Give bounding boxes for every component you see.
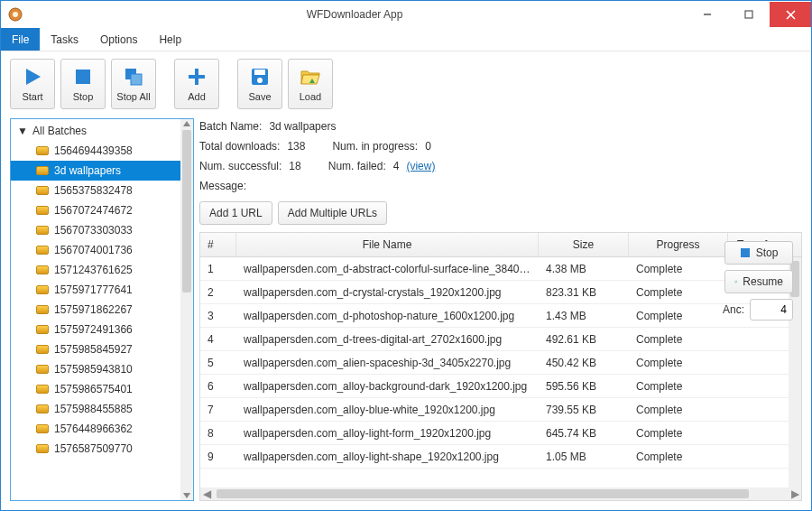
cell-filename: wallpapersden.com_d-abstract-colorful-su… (236, 263, 539, 275)
sidebar-item[interactable]: 1564694439358 (11, 141, 193, 161)
save-button[interactable]: Save (237, 59, 282, 109)
col-size[interactable]: Size (539, 233, 629, 256)
anc-input[interactable] (750, 299, 793, 321)
batch-icon (36, 166, 49, 175)
content-pane: Batch Name: 3d wallpapers Total download… (199, 118, 802, 501)
table-row[interactable]: 3wallpapersden.com_d-photoshop-nature_16… (200, 304, 801, 328)
table-body[interactable]: 1wallpapersden.com_d-abstract-colorful-s… (200, 257, 801, 488)
table-row[interactable]: 5wallpapersden.com_alien-spaceship-3d_34… (200, 351, 801, 375)
cell-index: 3 (200, 310, 236, 322)
sidebar-item[interactable]: 1575985943810 (11, 359, 193, 379)
sidebar-item[interactable]: 1567074001736 (11, 240, 193, 260)
play-icon (22, 66, 43, 88)
cell-filename: wallpapersden.com_d-crystal-crystals_192… (236, 286, 539, 299)
table-row[interactable]: 4wallpapersden.com_d-trees-digital-art_2… (200, 328, 801, 351)
col-filename[interactable]: File Name (236, 233, 539, 256)
add-multiple-urls-button[interactable]: Add Multiple URLs (278, 201, 387, 225)
sidebar-item-label: 1575971777641 (54, 283, 133, 296)
table-row[interactable]: 7wallpapersden.com_alloy-blue-white_1920… (200, 398, 801, 422)
sidebar-item[interactable]: 1575985845927 (11, 339, 193, 359)
plus-icon (186, 66, 208, 88)
table-hscrollbar[interactable]: ◀ ▶ (200, 488, 801, 500)
minimize-button[interactable] (687, 2, 728, 27)
sidebar-item[interactable]: 1567072474672 (11, 200, 193, 220)
disclosure-icon[interactable]: ▼ (18, 125, 27, 137)
sidebar-scrollbar[interactable] (180, 119, 193, 500)
sidebar-item[interactable]: 1571243761625 (11, 260, 193, 280)
cell-size: 4.38 MB (539, 263, 629, 275)
menu-bar: File Tasks Options Help (1, 28, 811, 51)
sidebar-item[interactable]: 1567073303033 (11, 220, 193, 240)
sidebar-item-label: 1575971862267 (54, 303, 133, 316)
sidebar-item-label: 1567072474672 (54, 204, 133, 217)
start-button[interactable]: Start (10, 59, 55, 109)
batch-resume-button[interactable]: Resume (724, 270, 793, 293)
add-button[interactable]: Add (174, 59, 219, 109)
sidebar-item-label: 1575985845927 (54, 343, 133, 356)
sidebar-item[interactable]: 1575972491366 (11, 320, 193, 339)
cell-index: 5 (200, 357, 236, 369)
sidebar-item[interactable]: 1576587509770 (11, 439, 193, 459)
table-row[interactable]: 6wallpapersden.com_alloy-background-dark… (200, 375, 801, 398)
batch-name-label: Batch Name: (199, 120, 262, 133)
menu-help[interactable]: Help (148, 28, 192, 51)
menu-file[interactable]: File (1, 28, 40, 51)
maximize-button[interactable] (728, 2, 770, 27)
cell-progress: Complete (629, 263, 728, 275)
floppy-icon (249, 66, 271, 88)
add-one-url-button[interactable]: Add 1 URL (199, 201, 272, 225)
stop-all-button[interactable]: Stop All (111, 59, 156, 109)
sidebar-item[interactable]: 1565375832478 (11, 181, 193, 200)
batch-name-value: 3d wallpapers (269, 120, 336, 133)
table-row[interactable]: 1wallpapersden.com_d-abstract-colorful-s… (200, 257, 801, 281)
table-hscroll-thumb[interactable] (217, 489, 749, 498)
svg-point-11 (257, 78, 263, 83)
table-row[interactable]: 8wallpapersden.com_alloy-light-form_1920… (200, 422, 801, 445)
tree-root[interactable]: ▼All Batches (11, 121, 193, 141)
sidebar-item[interactable]: 1575988455885 (11, 399, 193, 419)
batch-tree[interactable]: ▼All Batches15646944393583d wallpapers15… (11, 119, 193, 500)
window-title: WFDownloader App (23, 8, 687, 21)
stop-all-icon (123, 66, 144, 88)
hscroll-right-icon[interactable]: ▶ (789, 488, 801, 500)
batch-icon (36, 305, 49, 314)
sidebar-item[interactable]: 1575986575401 (11, 379, 193, 399)
sidebar-scroll-thumb[interactable] (182, 130, 191, 293)
col-progress[interactable]: Progress (629, 233, 728, 256)
table-row[interactable]: 2wallpapersden.com_d-crystal-crystals_19… (200, 281, 801, 304)
sidebar-item[interactable]: 1575971862267 (11, 300, 193, 320)
col-index[interactable]: # (200, 233, 236, 256)
total-downloads-label: Total downloads: (199, 140, 280, 153)
right-controls: Stop Resume Anc: (723, 241, 793, 321)
sidebar-item[interactable]: 3d wallpapers (11, 161, 193, 181)
refresh-icon (734, 276, 737, 287)
hscroll-left-icon[interactable]: ◀ (200, 488, 213, 500)
cell-index: 1 (200, 263, 236, 275)
batch-icon (36, 424, 49, 433)
menu-tasks[interactable]: Tasks (40, 28, 89, 51)
sidebar-item-label: 1575985943810 (54, 363, 133, 376)
batch-icon (36, 404, 49, 413)
downloads-table: # File Name Size Progress Transfe 1wallp… (199, 232, 802, 501)
table-row[interactable]: 9wallpapersden.com_alloy-light-shape_192… (200, 445, 801, 469)
batch-resume-label: Resume (743, 275, 783, 288)
menu-options[interactable]: Options (89, 28, 148, 51)
successful-label: Num. successful: (199, 160, 281, 172)
load-button[interactable]: Load (288, 59, 333, 109)
scroll-up-icon[interactable] (182, 119, 191, 128)
app-window: WFDownloader App File Tasks Options Help… (0, 0, 812, 511)
sidebar-item[interactable]: 1575971777641 (11, 280, 193, 300)
folder-open-icon (300, 66, 321, 88)
cell-size: 739.55 KB (539, 404, 629, 416)
sidebar-item-label: 1575988455885 (54, 403, 133, 415)
batch-stop-button[interactable]: Stop (724, 241, 793, 265)
batch-sidebar: ▼All Batches15646944393583d wallpapers15… (10, 118, 194, 501)
close-button[interactable] (770, 2, 811, 27)
stop-button[interactable]: Stop (60, 59, 106, 109)
cell-size: 645.74 KB (539, 427, 629, 440)
view-failed-link[interactable]: (view) (406, 160, 435, 172)
sidebar-item[interactable]: 1576448966362 (11, 419, 193, 439)
stop-label: Stop (73, 91, 94, 102)
successful-value: 18 (289, 160, 300, 172)
scroll-down-icon[interactable] (182, 491, 191, 500)
